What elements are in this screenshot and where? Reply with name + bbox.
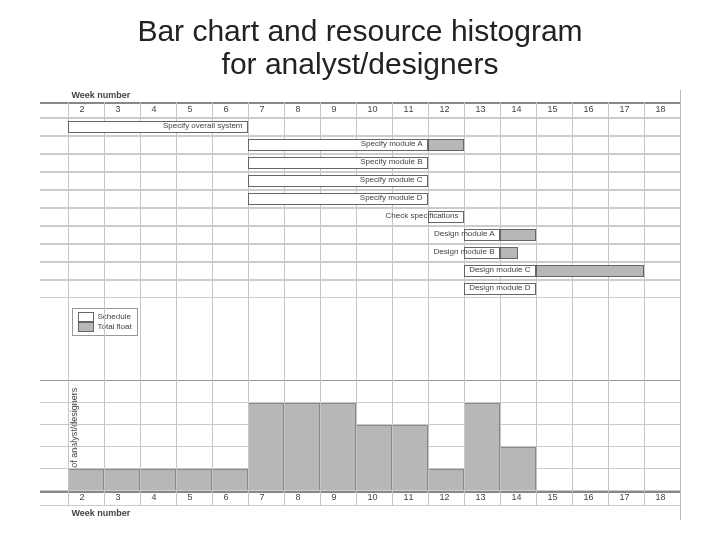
week-tick: 16 [584, 492, 594, 502]
week-tick: 15 [548, 104, 558, 114]
schedule-bar: Design module B [464, 247, 500, 259]
page-title: Bar chart and resource histogram for ana… [30, 14, 690, 80]
histogram-bar [356, 425, 392, 491]
week-tick: 2 [80, 492, 85, 502]
histogram-bar [104, 469, 140, 491]
week-tick: 2 [80, 104, 85, 114]
schedule-bar: Specify module C [248, 175, 428, 187]
histogram-bar [428, 469, 464, 491]
task-label: Specify module C [360, 175, 423, 184]
task-label: Specify module B [360, 157, 422, 166]
week-tick: 10 [368, 104, 378, 114]
task-label: Design module D [469, 283, 530, 292]
week-tick: 6 [224, 104, 229, 114]
task-row [40, 244, 680, 262]
week-tick: 5 [188, 104, 193, 114]
histogram-bar [464, 403, 500, 491]
task-row [40, 280, 680, 298]
task-row [40, 208, 680, 226]
week-tick: 13 [476, 492, 486, 502]
week-tick: 7 [260, 492, 265, 502]
float-swatch-icon [78, 322, 94, 332]
week-tick: 9 [332, 492, 337, 502]
week-tick: 12 [440, 104, 450, 114]
week-tick: 11 [404, 104, 414, 114]
histogram-bar [248, 403, 284, 491]
week-tick: 13 [476, 104, 486, 114]
week-tick: 14 [512, 492, 522, 502]
float-bar [428, 139, 464, 151]
legend: Schedule Total float [72, 308, 138, 336]
task-label: Specify module D [360, 193, 423, 202]
schedule-bar: Specify module D [248, 193, 428, 205]
task-label: Design module B [434, 247, 495, 256]
task-label: Specify module A [361, 139, 423, 148]
title-line-2: for analyst/designers [222, 47, 499, 80]
task-label: Check specifications [386, 211, 459, 220]
week-tick: 6 [224, 492, 229, 502]
float-bar [500, 247, 518, 259]
week-tick: 15 [548, 492, 558, 502]
float-bar [536, 265, 644, 277]
week-tick: 8 [296, 104, 301, 114]
histogram-bar [500, 447, 536, 491]
week-number-label-bottom: Week number [72, 508, 131, 518]
histogram-bar [140, 469, 176, 491]
week-tick: 16 [584, 104, 594, 114]
histogram-bar [212, 469, 248, 491]
week-tick: 4 [152, 104, 157, 114]
histogram-bar [68, 469, 104, 491]
week-tick: 17 [620, 104, 630, 114]
resource-histogram: No. of analyst/designers [40, 380, 680, 493]
legend-item-float: Total float [78, 322, 132, 332]
histogram-bar [284, 403, 320, 491]
week-tick: 3 [116, 492, 121, 502]
week-tick: 17 [620, 492, 630, 502]
task-label: Design module A [434, 229, 494, 238]
legend-item-schedule: Schedule [78, 312, 132, 322]
histogram-bar [392, 425, 428, 491]
float-bar [500, 229, 536, 241]
week-tick: 5 [188, 492, 193, 502]
week-tick: 11 [404, 492, 414, 502]
schedule-swatch-icon [78, 312, 94, 322]
schedule-bar: Specify module A [248, 139, 428, 151]
week-number-label-top: Week number [72, 90, 131, 100]
task-label: Design module C [469, 265, 530, 274]
task-label: Specify overall system [163, 121, 243, 130]
week-tick: 7 [260, 104, 265, 114]
schedule-bar: Check specifications [428, 211, 464, 223]
week-tick: 12 [440, 492, 450, 502]
task-row [40, 226, 680, 244]
week-tick: 10 [368, 492, 378, 502]
figure: Week number No. of analyst/designers Wee… [40, 90, 681, 520]
week-tick: 9 [332, 104, 337, 114]
histogram-bar [176, 469, 212, 491]
histogram-bar [320, 403, 356, 491]
schedule-bar: Design module C [464, 265, 536, 277]
title-line-1: Bar chart and resource histogram [137, 14, 582, 47]
week-tick: 14 [512, 104, 522, 114]
schedule-bar: Specify module B [248, 157, 428, 169]
schedule-bar: Specify overall system [68, 121, 248, 133]
schedule-bar: Design module A [464, 229, 500, 241]
week-tick: 18 [656, 104, 666, 114]
week-tick: 8 [296, 492, 301, 502]
week-tick: 18 [656, 492, 666, 502]
week-tick: 4 [152, 492, 157, 502]
week-tick: 3 [116, 104, 121, 114]
schedule-bar: Design module D [464, 283, 536, 295]
